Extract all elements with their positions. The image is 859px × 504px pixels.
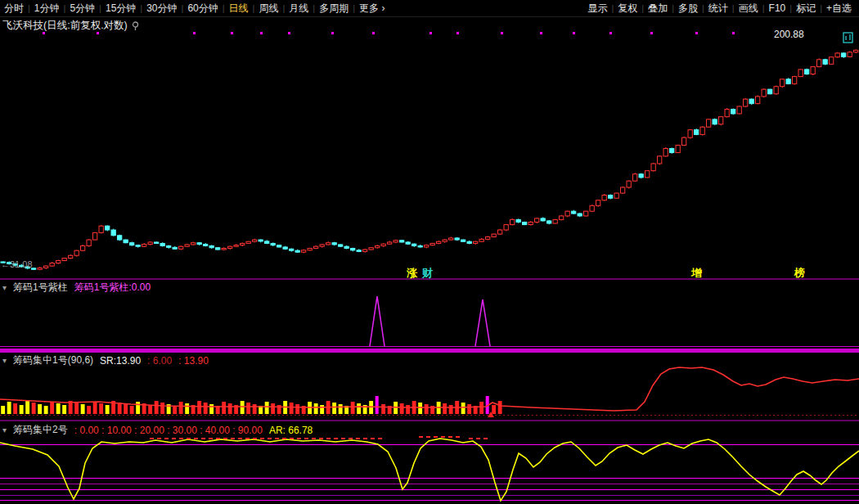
panel2-graphics bbox=[0, 367, 859, 421]
signal-markers bbox=[43, 32, 735, 34]
ticker-char: 榜 bbox=[794, 266, 805, 281]
panel2-value-1: : 6.00 bbox=[147, 355, 172, 367]
panel1-value: 筹码1号紫柱:0.00 bbox=[74, 281, 151, 295]
ticker-char: 涨 bbox=[407, 266, 417, 281]
panel1-graphics bbox=[0, 296, 859, 353]
collapse-toggle-icon[interactable]: ▾ bbox=[2, 356, 7, 365]
chart-title: 飞沃科技(日线:前复权.对数) bbox=[2, 19, 140, 33]
collapse-toggle-icon[interactable]: ▾ bbox=[2, 283, 7, 292]
chart-mini-icon[interactable] bbox=[843, 32, 853, 47]
panel1-header: ▾ 筹码1号紫柱 筹码1号紫柱:0.00 bbox=[2, 281, 151, 295]
panel2-header: ▾ 筹码集中1号(90,6) SR:13.90 : 6.00 : 13.90 bbox=[2, 353, 209, 367]
panel1-title: 筹码1号紫柱 bbox=[13, 281, 68, 295]
ticker-char: 增 bbox=[691, 266, 702, 281]
last-price-label: 200.88 bbox=[774, 29, 804, 40]
candlestick-series bbox=[1, 49, 858, 270]
collapse-toggle-icon[interactable]: ▾ bbox=[2, 425, 7, 434]
panel3-ar-value: AR: 66.78 bbox=[269, 425, 313, 436]
panel2-value-2: : 13.90 bbox=[178, 355, 209, 367]
ticker-char: 财 bbox=[422, 266, 433, 281]
pin-icon[interactable] bbox=[131, 21, 140, 31]
panel2-sr-value: SR:13.90 bbox=[100, 355, 141, 367]
panel3-graphics bbox=[0, 437, 859, 501]
panel3-title: 筹码集中2号 bbox=[13, 423, 68, 437]
left-price-label: ←31.08 bbox=[1, 259, 33, 269]
chart-title-text: 飞沃科技(日线:前复权.对数) bbox=[2, 19, 128, 33]
panel2-title: 筹码集中1号(90,6) bbox=[13, 353, 93, 367]
panel3-values: : 0.00 : 10.00 : 20.00 : 30.00 : 40.00 :… bbox=[74, 425, 263, 436]
panel3-header: ▾ 筹码集中2号 : 0.00 : 10.00 : 20.00 : 30.00 … bbox=[2, 423, 313, 437]
